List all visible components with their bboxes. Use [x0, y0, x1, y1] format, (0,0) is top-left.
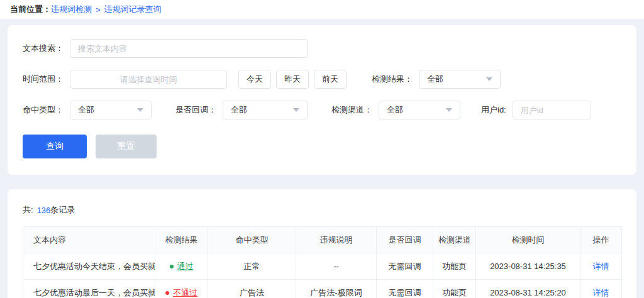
status-pass-link[interactable]: 通过 — [170, 261, 194, 272]
today-button[interactable]: 今天 — [238, 70, 271, 89]
chevron-down-icon — [486, 77, 492, 81]
header-detect-result: 检测结果 — [155, 227, 208, 253]
header-callback: 是否回调 — [377, 227, 433, 253]
cell-text-content: 七夕优惠活动今天结束，会员买就送 — [23, 253, 155, 280]
records-table: 文本内容 检测结果 命中类型 违规说明 是否回调 检测渠道 检测时间 操作 七夕… — [23, 226, 622, 298]
status-dot-icon — [165, 291, 169, 295]
filter-row-time-range: 时间范围： 今天 昨天 前天 检测结果： 全部 — [23, 70, 621, 89]
hit-type-value: 全部 — [78, 104, 94, 116]
chevron-down-icon — [446, 108, 452, 112]
cell-detect-result: 不通过 — [155, 280, 208, 298]
cell-action: 详情 — [580, 253, 622, 280]
reset-button[interactable]: 重置 — [96, 135, 157, 158]
breadcrumb-prefix: 当前位置： — [10, 4, 51, 15]
record-count: 共: 136 条记录 — [23, 204, 621, 216]
header-text-content: 文本内容 — [23, 227, 155, 253]
header-channel: 检测渠道 — [433, 227, 476, 253]
breadcrumb: 当前位置： 违规词检测 > 违规词记录查询 — [0, 0, 644, 19]
header-action: 操作 — [580, 227, 622, 253]
cell-action: 详情 — [580, 280, 622, 298]
callback-value: 全部 — [231, 104, 247, 116]
status-dot-icon — [170, 265, 174, 268]
detect-result-label: 检测结果： — [372, 74, 413, 85]
text-search-input[interactable] — [70, 39, 308, 58]
callback-select[interactable]: 全部 — [223, 101, 308, 119]
user-id-input[interactable] — [513, 101, 591, 119]
hit-type-label: 命中类型： — [23, 104, 64, 116]
time-range-input[interactable] — [70, 70, 227, 89]
channel-label: 检测渠道： — [331, 104, 372, 116]
table-header-row: 文本内容 检测结果 命中类型 违规说明 是否回调 检测渠道 检测时间 操作 — [23, 227, 622, 253]
chevron-down-icon — [293, 108, 299, 112]
breadcrumb-link-detection[interactable]: 违规词检测 — [51, 4, 92, 15]
query-button[interactable]: 查询 — [23, 135, 87, 158]
results-panel: 共: 136 条记录 文本内容 检测结果 命中类型 违规说明 是否回调 检测渠道… — [8, 189, 636, 298]
cell-hit-type: 正常 — [208, 253, 296, 280]
cell-callback: 无需回调 — [377, 280, 433, 298]
record-count-suffix: 条记录 — [50, 204, 75, 216]
filter-actions: 查询 重置 — [23, 135, 621, 158]
header-violation-desc: 违规说明 — [296, 227, 377, 253]
channel-select[interactable]: 全部 — [379, 101, 460, 119]
cell-hit-type: 广告法 — [208, 280, 296, 298]
chevron-down-icon — [137, 108, 143, 112]
detect-result-select[interactable]: 全部 — [419, 70, 501, 89]
user-id-label: 用户id: — [481, 104, 506, 116]
breadcrumb-separator: > — [96, 5, 101, 14]
detect-result-value: 全部 — [427, 74, 443, 85]
status-fail-link[interactable]: 不通过 — [165, 287, 197, 298]
callback-label: 是否回调： — [175, 104, 216, 116]
filter-row-type: 命中类型： 全部 是否回调： 全部 检测渠道： 全部 用户id: — [23, 101, 621, 119]
record-count-prefix: 共: — [23, 204, 33, 216]
cell-detect-time: 2023-08-31 14:25:20 — [476, 280, 580, 298]
cell-text-content: 七夕优惠活动最后一天，会员买就送 — [23, 280, 155, 298]
table-row: 七夕优惠活动最后一天，会员买就送 不通过 广告法 广告法-极限词 无需回调 功能… — [23, 280, 622, 298]
day-before-yesterday-button[interactable]: 前天 — [314, 70, 347, 89]
cell-callback: 无需回调 — [377, 253, 433, 280]
cell-violation-desc: -- — [296, 253, 377, 280]
yesterday-button[interactable]: 昨天 — [276, 70, 309, 89]
breadcrumb-link-records[interactable]: 违规词记录查询 — [104, 4, 162, 15]
detail-link[interactable]: 详情 — [593, 262, 609, 271]
table-row: 七夕优惠活动今天结束，会员买就送 通过 正常 -- 无需回调 功能页 2023-… — [23, 253, 622, 280]
record-count-number: 136 — [37, 206, 51, 215]
cell-channel: 功能页 — [433, 253, 476, 280]
detail-link[interactable]: 详情 — [593, 288, 609, 297]
filter-panel: 文本搜索： 时间范围： 今天 昨天 前天 检测结果： 全部 命中类型： 全部 是… — [8, 25, 636, 175]
filter-row-text-search: 文本搜索： — [23, 39, 621, 58]
text-search-label: 文本搜索： — [23, 43, 64, 54]
cell-violation-desc: 广告法-极限词 — [296, 280, 377, 298]
header-detect-time: 检测时间 — [476, 227, 580, 253]
cell-detect-time: 2023-08-31 14:25:35 — [476, 253, 580, 280]
time-range-label: 时间范围： — [23, 74, 64, 85]
hit-type-select[interactable]: 全部 — [70, 101, 152, 119]
cell-detect-result: 通过 — [155, 253, 208, 280]
header-hit-type: 命中类型 — [208, 227, 296, 253]
cell-channel: 功能页 — [433, 280, 476, 298]
channel-value: 全部 — [387, 104, 403, 116]
